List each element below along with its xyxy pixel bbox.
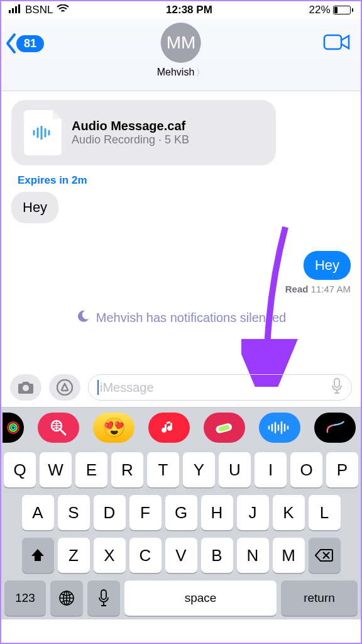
key-r[interactable]: R xyxy=(111,452,143,487)
keyboard[interactable]: QWERTYUIOP ASDFGHJKL ZXCVBNM 123 space r… xyxy=(1,447,361,619)
back-button[interactable]: 81 xyxy=(5,33,44,54)
outgoing-text: Hey xyxy=(315,257,339,273)
file-subtitle: Audio Recording · 5 KB xyxy=(72,133,189,147)
search-globe-icon xyxy=(49,418,68,437)
key-row-3: ZXCVBNM xyxy=(4,538,358,573)
svg-rect-12 xyxy=(334,379,339,387)
app-search[interactable] xyxy=(38,413,79,443)
app-memoji[interactable]: 😍 xyxy=(93,413,134,443)
facetime-button[interactable] xyxy=(323,33,351,54)
incoming-text: Hey xyxy=(23,199,47,215)
key-c[interactable]: C xyxy=(129,538,162,573)
svg-rect-4 xyxy=(324,35,341,49)
camera-button[interactable] xyxy=(10,374,41,401)
file-icon xyxy=(24,110,62,155)
carrier-label: BSNL xyxy=(25,4,53,16)
key-row-4: 123 space return xyxy=(4,580,358,616)
svg-rect-2 xyxy=(15,6,17,13)
file-title: Audio Message.caf xyxy=(72,119,189,133)
key-u[interactable]: U xyxy=(219,452,251,487)
svg-point-15 xyxy=(11,426,15,430)
key-a[interactable]: A xyxy=(22,495,54,530)
globe-key[interactable] xyxy=(50,580,83,616)
moon-icon xyxy=(76,309,90,326)
unread-badge: 81 xyxy=(16,35,44,52)
key-p[interactable]: P xyxy=(326,452,358,487)
text-cursor xyxy=(97,380,99,395)
space-key[interactable]: space xyxy=(124,580,277,616)
read-receipt: Read 11:47 AM xyxy=(11,284,351,294)
key-row-1: QWERTYUIOP xyxy=(4,452,358,487)
app-fitness[interactable] xyxy=(204,413,245,443)
key-j[interactable]: J xyxy=(237,495,269,530)
key-h[interactable]: H xyxy=(201,495,233,530)
key-w[interactable]: W xyxy=(40,452,72,487)
key-b[interactable]: B xyxy=(201,538,233,573)
key-v[interactable]: V xyxy=(165,538,197,573)
imessage-app-strip[interactable]: 😍 xyxy=(1,407,361,447)
app-audio[interactable] xyxy=(259,413,300,443)
expires-label: Expires in 2m xyxy=(18,174,351,187)
key-y[interactable]: Y xyxy=(183,452,215,487)
annotation-arrow xyxy=(241,223,304,387)
shift-icon xyxy=(30,548,45,563)
key-x[interactable]: X xyxy=(94,538,126,573)
mic-icon xyxy=(98,589,109,607)
key-l[interactable]: L xyxy=(309,495,341,530)
chevron-left-icon xyxy=(5,33,18,54)
key-q[interactable]: Q xyxy=(4,452,36,487)
wifi-icon xyxy=(57,4,69,16)
memoji-icon: 😍 xyxy=(102,416,126,438)
key-n[interactable]: N xyxy=(237,538,269,573)
shift-key[interactable] xyxy=(22,538,54,573)
imessage-screen: BSNL 12:38 PM 22% 81 MM Mehvish〉 xyxy=(0,0,362,644)
camera-icon xyxy=(17,380,35,394)
svg-rect-0 xyxy=(9,10,11,13)
message-input[interactable]: iMessage xyxy=(88,374,352,401)
contact-button[interactable]: MM Mehvish〉 xyxy=(157,23,206,79)
waveform-icon xyxy=(32,126,53,140)
backspace-key[interactable] xyxy=(309,538,341,573)
svg-line-17 xyxy=(61,430,65,435)
key-f[interactable]: F xyxy=(129,495,162,530)
brush-icon xyxy=(325,420,345,435)
appstore-button[interactable] xyxy=(49,374,80,401)
dictation-icon[interactable] xyxy=(331,378,343,397)
key-m[interactable]: M xyxy=(273,538,305,573)
svg-point-11 xyxy=(57,380,72,395)
key-o[interactable]: O xyxy=(290,452,322,487)
dictation-key[interactable] xyxy=(87,580,120,616)
battery-fill xyxy=(334,7,338,13)
app-activity[interactable] xyxy=(3,413,24,443)
incoming-bubble[interactable]: Hey xyxy=(11,192,58,223)
key-d[interactable]: D xyxy=(94,495,126,530)
numbers-key[interactable]: 123 xyxy=(4,580,46,616)
compose-row: iMessage xyxy=(1,369,361,407)
avatar: MM xyxy=(161,23,201,63)
outgoing-bubble[interactable]: Hey xyxy=(304,251,351,280)
battery-icon xyxy=(333,6,354,14)
activity-icon xyxy=(6,418,20,437)
svg-rect-1 xyxy=(12,8,14,13)
status-bar: BSNL 12:38 PM 22% xyxy=(1,1,361,19)
key-i[interactable]: I xyxy=(255,452,287,487)
backspace-icon xyxy=(315,548,334,562)
return-key[interactable]: return xyxy=(281,580,358,616)
signal-icon xyxy=(9,4,21,16)
fitness-icon xyxy=(214,420,234,435)
app-music[interactable] xyxy=(148,413,190,443)
conversation-area[interactable]: Audio Message.caf Audio Recording · 5 KB… xyxy=(1,91,361,369)
key-s[interactable]: S xyxy=(58,495,90,530)
notifications-silenced: Mehvish has notifications silenced xyxy=(11,309,351,326)
key-z[interactable]: Z xyxy=(58,538,90,573)
key-e[interactable]: E xyxy=(75,452,107,487)
battery-pct: 22% xyxy=(309,4,330,16)
key-k[interactable]: K xyxy=(273,495,305,530)
audio-file-bubble[interactable]: Audio Message.caf Audio Recording · 5 KB xyxy=(11,100,276,165)
app-digital-touch[interactable] xyxy=(314,413,356,443)
key-t[interactable]: T xyxy=(147,452,179,487)
conversation-header: 81 MM Mehvish〉 xyxy=(1,19,361,91)
globe-icon xyxy=(58,590,75,606)
appstore-icon xyxy=(57,379,73,396)
key-g[interactable]: G xyxy=(165,495,197,530)
